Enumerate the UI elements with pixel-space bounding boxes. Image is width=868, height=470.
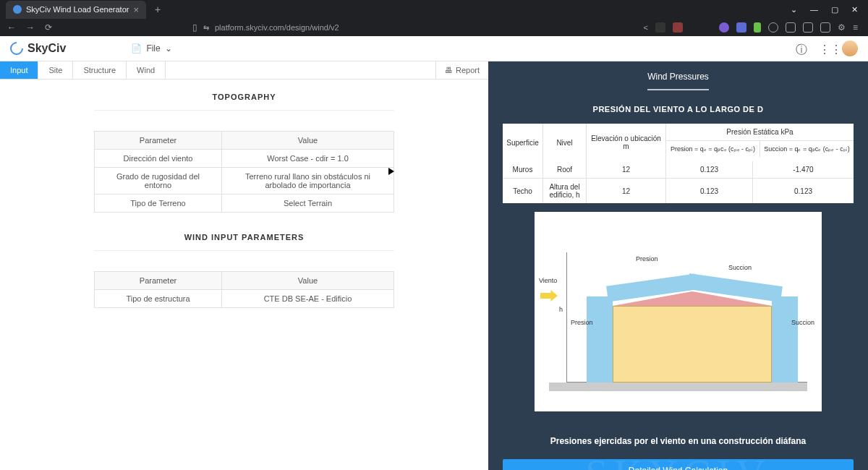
tab-title: SkyCiv Wind Load Generator	[26, 5, 129, 14]
sub-tabs: Input Site Structure Wind 🖶 Report	[0, 61, 488, 80]
topography-table: Parameter Value Dirección del viento Wor…	[94, 131, 394, 213]
wind-pressures-subtitle: PRESIÓN DEL VIENTO A LO LARGO DE D	[488, 101, 868, 124]
cursor-icon	[388, 168, 394, 175]
bookmark-icon[interactable]: ▯	[192, 22, 197, 33]
table-row[interactable]: Tipo de Terreno Select Terrain	[95, 195, 393, 212]
pressure-diagram: Viento h Presion Presion Succion Succion	[535, 212, 822, 411]
tab-structure[interactable]: Structure	[73, 61, 127, 79]
window-controls: ⌄ — ▢ ✕	[791, 5, 868, 14]
print-icon: 🖶	[445, 66, 453, 74]
minimize-icon[interactable]: —	[810, 5, 818, 14]
table-row[interactable]: Tipo de estructura CTE DB SE-AE - Edific…	[95, 290, 393, 307]
chevron-down-icon[interactable]: ⌄	[791, 5, 797, 14]
browser-chrome: SkyCiv Wind Load Generator × + ⌄ — ▢ ✕ ←…	[0, 0, 868, 36]
param-name: Grado de rugosidad del entorno	[95, 168, 222, 194]
extension-icons: < ⚙ ≡	[644, 22, 858, 33]
ext-icon-2[interactable]	[673, 22, 683, 33]
wind-arrow-icon	[540, 290, 558, 302]
chevron-down-icon: ⌄	[165, 43, 172, 54]
topography-title: TOPOGRAPHY	[94, 80, 394, 111]
tab-close-icon[interactable]: ×	[133, 4, 139, 15]
close-icon[interactable]: ✕	[851, 5, 858, 14]
content: Input Site Structure Wind 🖶 Report TOPOG…	[0, 61, 868, 470]
param-value: CTE DB SE-AE - Edificio	[222, 290, 393, 307]
new-tab-button[interactable]: +	[149, 4, 166, 15]
app-header: SkyCiv 📄 File ⌄ ⓘ ⋮⋮⋮	[0, 36, 868, 61]
param-value: Worst Case - cdir = 1.0	[222, 150, 393, 167]
left-pane: Input Site Structure Wind 🖶 Report TOPOG…	[0, 61, 488, 470]
tab-site[interactable]: Site	[38, 61, 73, 79]
cell-presion: 0.123	[666, 161, 753, 178]
ext-icon-7[interactable]	[786, 22, 796, 33]
table-header: Superficie Nivel Elevación o ubicación m…	[503, 124, 854, 161]
brand-name: SkyCiv	[27, 42, 66, 55]
col-static-pressure: Presión Estática kPa	[666, 124, 854, 141]
ext-icon-5[interactable]	[754, 22, 761, 33]
ext-icon-4[interactable]	[736, 22, 746, 33]
axis-vertical	[566, 252, 567, 383]
ext-icon-3[interactable]	[719, 22, 729, 33]
cell-surface: Techo	[503, 179, 543, 203]
col-parameter: Parameter	[95, 132, 222, 149]
url-text: platform.skyciv.com/design/wind/v2	[215, 23, 339, 32]
table-row: Muros Roof 12 0.123 -1.470	[503, 161, 854, 179]
ext-icon-8[interactable]	[803, 22, 813, 33]
tab-favicon-icon	[13, 5, 22, 14]
browser-tab[interactable]: SkyCiv Wind Load Generator ×	[6, 1, 146, 19]
diagram-caption: Presiones ejercidas por el viento en una…	[488, 436, 868, 446]
param-name: Dirección del viento	[95, 150, 222, 167]
url-bar[interactable]: ▯ ⇆ platform.skyciv.com/design/wind/v2	[62, 22, 634, 33]
right-pane: Wind Pressures PRESIÓN DEL VIENTO A LO L…	[488, 61, 868, 470]
logo-icon	[7, 39, 25, 57]
help-icon[interactable]: ⓘ	[796, 43, 807, 54]
tab-bar: SkyCiv Wind Load Generator × + ⌄ — ▢ ✕	[0, 0, 868, 19]
reload-button[interactable]: ⟳	[45, 22, 52, 33]
col-elevation: Elevación o ubicación m	[587, 124, 666, 161]
label-succion-roof: Succion	[728, 264, 752, 271]
maximize-icon[interactable]: ▢	[831, 5, 838, 14]
menu-icon[interactable]: ≡	[853, 22, 858, 33]
file-menu[interactable]: 📄 File ⌄	[131, 43, 171, 54]
param-value: Select Terrain	[222, 195, 393, 212]
label-succion-wall: Succion	[791, 319, 814, 326]
wind-params-title: WIND INPUT PARAMETERS	[94, 220, 394, 251]
header-right: ⓘ ⋮⋮⋮	[796, 40, 858, 56]
col-succion: Succion = qₑ = qᵦcₑ (cₚₑ - cₚᵢ)	[760, 141, 854, 157]
tab-wind[interactable]: Wind	[127, 61, 166, 79]
cell-level: Altura del edificio, h	[543, 179, 587, 203]
site-settings-icon[interactable]: ⇆	[203, 24, 209, 32]
pressure-table: Superficie Nivel Elevación o ubicación m…	[503, 124, 854, 203]
avatar[interactable]	[842, 40, 858, 56]
ext-icon-1[interactable]	[655, 22, 665, 33]
nav-bar: ← → ⟳ ▯ ⇆ platform.skyciv.com/design/win…	[0, 19, 868, 36]
cell-level: Roof	[543, 161, 587, 178]
pressure-wall-right	[772, 296, 798, 383]
extensions-icon[interactable]: ⚙	[838, 22, 846, 33]
tab-input[interactable]: Input	[0, 61, 38, 79]
col-value: Value	[222, 132, 393, 149]
report-button[interactable]: 🖶 Report	[435, 61, 488, 79]
cell-presion: 0.123	[666, 179, 753, 203]
col-surface: Superficie	[503, 124, 543, 161]
cell-elev: 12	[587, 161, 666, 178]
forward-button[interactable]: →	[26, 22, 35, 33]
cell-succion: -1.470	[753, 161, 854, 178]
col-parameter: Parameter	[95, 272, 222, 289]
pressure-wall-left	[587, 296, 613, 383]
ext-icon-6[interactable]	[768, 22, 778, 33]
table-header: Parameter Value	[95, 132, 393, 150]
apps-icon[interactable]: ⋮⋮⋮	[819, 43, 830, 54]
table-header: Parameter Value	[95, 272, 393, 290]
share-icon[interactable]: <	[644, 23, 648, 32]
table-row[interactable]: Grado de rugosidad del entorno Terreno r…	[95, 168, 393, 195]
col-value: Value	[222, 272, 393, 289]
label-presion-roof: Presion	[636, 255, 658, 262]
ext-icon-9[interactable]	[820, 22, 830, 33]
table-row[interactable]: Dirección del viento Worst Case - cdir =…	[95, 150, 393, 168]
param-name: Tipo de estructura	[95, 290, 222, 307]
label-viento: Viento	[539, 277, 557, 284]
file-label: File	[146, 43, 160, 54]
file-icon: 📄	[131, 43, 142, 54]
back-button[interactable]: ←	[7, 22, 16, 33]
brand-logo[interactable]: SkyCiv	[10, 42, 66, 55]
